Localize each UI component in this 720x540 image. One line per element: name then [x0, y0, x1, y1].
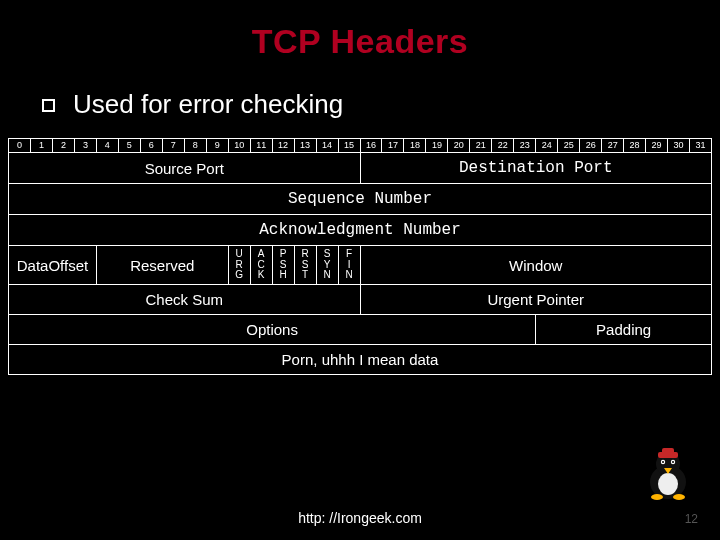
bit-cell: 27 [602, 139, 624, 153]
bit-cell: 28 [624, 139, 646, 153]
bit-cell: 24 [536, 139, 558, 153]
bit-cell: 5 [118, 139, 140, 153]
bit-cell: 9 [206, 139, 228, 153]
svg-rect-11 [662, 448, 674, 454]
slide-number: 12 [685, 512, 698, 526]
flag-rst: RST [294, 246, 316, 285]
window: Window [360, 246, 712, 285]
bit-cell: 3 [74, 139, 96, 153]
row-checksum: Check Sum Urgent Pointer [9, 284, 712, 314]
bit-cell: 10 [228, 139, 250, 153]
bit-cell: 19 [426, 139, 448, 153]
tcp-header-table: 0 1 2 3 4 5 6 7 8 9 10 11 12 13 14 15 16… [8, 138, 712, 375]
penguin-icon [636, 442, 700, 502]
bit-cell: 30 [668, 139, 690, 153]
flag-fin: FIN [338, 246, 360, 285]
bullet-icon [42, 99, 55, 112]
ack-number: Acknowledgment Number [9, 215, 712, 246]
bullet-row: Used for error checking [42, 89, 720, 120]
row-flags: DataOffset Reserved URG ACK PSH RST SYN … [9, 246, 712, 285]
row-options: Options Padding [9, 314, 712, 344]
data-offset: DataOffset [9, 246, 97, 285]
svg-point-6 [672, 461, 674, 463]
bit-cell: 21 [470, 139, 492, 153]
svg-point-5 [662, 461, 664, 463]
bit-cell: 29 [646, 139, 668, 153]
bit-cell: 6 [140, 139, 162, 153]
bit-cell: 13 [294, 139, 316, 153]
data-field: Porn, uhhh I mean data [9, 344, 712, 374]
bit-cell: 22 [492, 139, 514, 153]
flag-urg: URG [228, 246, 250, 285]
bit-cell: 16 [360, 139, 382, 153]
row-ports: Source Port Destination Port [9, 153, 712, 184]
bit-cell: 8 [184, 139, 206, 153]
bit-cell: 26 [580, 139, 602, 153]
padding: Padding [536, 314, 712, 344]
footer-url: http: //Irongeek.com [0, 510, 720, 526]
destination-port: Destination Port [360, 153, 712, 184]
row-ack: Acknowledgment Number [9, 215, 712, 246]
slide-title: TCP Headers [0, 0, 720, 61]
svg-point-2 [658, 473, 678, 495]
svg-point-8 [651, 494, 663, 500]
bit-cell: 0 [9, 139, 31, 153]
reserved: Reserved [96, 246, 228, 285]
row-data: Porn, uhhh I mean data [9, 344, 712, 374]
row-seq: Sequence Number [9, 184, 712, 215]
bit-cell: 23 [514, 139, 536, 153]
bit-cell: 4 [96, 139, 118, 153]
bit-cell: 14 [316, 139, 338, 153]
bit-cell: 11 [250, 139, 272, 153]
bit-cell: 7 [162, 139, 184, 153]
options: Options [9, 314, 536, 344]
bit-cell: 18 [404, 139, 426, 153]
source-port: Source Port [9, 153, 361, 184]
bit-cell: 25 [558, 139, 580, 153]
urgent-pointer: Urgent Pointer [360, 284, 712, 314]
flag-syn: SYN [316, 246, 338, 285]
sequence-number: Sequence Number [9, 184, 712, 215]
bit-cell: 31 [690, 139, 712, 153]
bit-cell: 17 [382, 139, 404, 153]
bit-ruler-row: 0 1 2 3 4 5 6 7 8 9 10 11 12 13 14 15 16… [9, 139, 712, 153]
flag-ack: ACK [250, 246, 272, 285]
bullet-text: Used for error checking [73, 89, 343, 120]
bit-cell: 20 [448, 139, 470, 153]
bit-cell: 1 [30, 139, 52, 153]
checksum: Check Sum [9, 284, 361, 314]
bit-cell: 2 [52, 139, 74, 153]
svg-point-9 [673, 494, 685, 500]
slide: TCP Headers Used for error checking 0 1 … [0, 0, 720, 540]
bit-cell: 15 [338, 139, 360, 153]
flag-psh: PSH [272, 246, 294, 285]
bit-cell: 12 [272, 139, 294, 153]
